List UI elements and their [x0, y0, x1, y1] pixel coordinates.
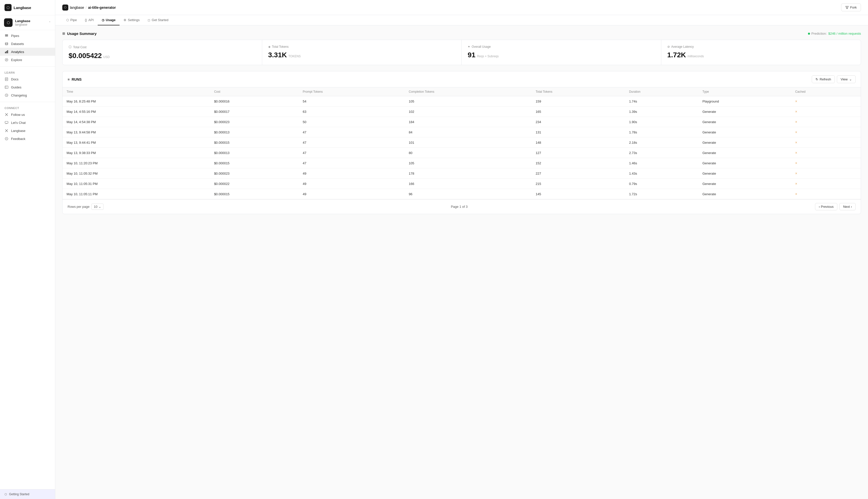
langbase-x-icon: [4, 129, 9, 133]
table-row[interactable]: May 10, 11:05:31 PM $0.000022 49 166 215…: [63, 179, 861, 189]
cell-cost: $0.000015: [210, 158, 299, 168]
cell-cached: ×: [791, 127, 861, 137]
main-header: ⬡ langbase / ai-title-generator Fork: [55, 0, 868, 15]
learn-section-label: Learn: [0, 69, 55, 75]
tab-get-started[interactable]: ◻ Get Started: [144, 15, 172, 25]
table-row[interactable]: May 13, 9:44:41 PM $0.000015 47 101 148 …: [63, 137, 861, 148]
refresh-button[interactable]: ↻ Refresh: [812, 75, 835, 83]
cell-duration: 1.39s: [625, 107, 698, 117]
overall-usage-icon: ✦: [468, 45, 470, 48]
sidebar-item-guides[interactable]: Guides: [0, 83, 55, 91]
settings-tab-icon: ⚙: [124, 19, 126, 22]
tabs: ⬡ Pipe {} API ◷ Usage ⚙ Settings ◻ Get S…: [55, 15, 868, 25]
breadcrumb-separator: /: [86, 5, 87, 10]
cell-completion-tokens: 105: [405, 158, 531, 168]
sidebar-item-feedback[interactable]: Feedback: [0, 135, 55, 143]
sidebar-item-label-analytics: Analytics: [11, 50, 24, 54]
table-row[interactable]: May 14, 4:54:38 PM $0.000023 50 184 234 …: [63, 117, 861, 127]
cell-completion-tokens: 184: [405, 117, 531, 127]
cell-cached: ×: [791, 107, 861, 117]
runs-title-text: RUNS: [72, 77, 82, 82]
sidebar-item-langbase-connect[interactable]: Langbase: [0, 126, 55, 135]
col-prompt-tokens: Prompt Tokens: [299, 87, 405, 96]
rows-per-page-select[interactable]: 10 ⌄: [91, 204, 103, 210]
cell-cached: ×: [791, 117, 861, 127]
cell-completion-tokens: 96: [405, 189, 531, 199]
usage-summary-title-text: Usage Summary: [67, 32, 97, 36]
page-info: Page 1 of 3: [451, 205, 468, 208]
cell-cached: ×: [791, 137, 861, 148]
usage-summary-header: ⊞ Usage Summary Prediction: $246 / milli…: [62, 32, 861, 36]
view-button[interactable]: View ⌄: [837, 75, 856, 83]
table-row[interactable]: May 10, 11:05:11 PM $0.000015 49 96 145 …: [63, 189, 861, 199]
stat-average-latency: ⊘ Average Latency 1.72K milliseconds: [661, 40, 861, 65]
cell-duration: 1.43s: [625, 168, 698, 179]
cell-prompt-tokens: 50: [299, 117, 405, 127]
next-button[interactable]: Next ›: [839, 203, 856, 210]
cell-time: May 10, 11:05:31 PM: [63, 179, 210, 189]
svg-rect-12: [5, 86, 8, 88]
sidebar-item-label-langbase-connect: Langbase: [11, 129, 25, 133]
pipes-icon: [4, 34, 9, 38]
cached-x-icon: ×: [795, 161, 797, 165]
tab-pipe-label: Pipe: [70, 18, 77, 22]
prediction-value: $246 / million requests: [828, 32, 861, 35]
cell-time: May 13, 9:44:41 PM: [63, 137, 210, 148]
tab-usage[interactable]: ◷ Usage: [98, 15, 120, 25]
prediction-status-dot: [808, 33, 810, 35]
tab-settings[interactable]: ⚙ Settings: [120, 15, 144, 25]
table-row[interactable]: May 14, 4:55:16 PM $0.000017 63 102 165 …: [63, 107, 861, 117]
refresh-label: Refresh: [820, 77, 831, 81]
cell-type: Generate: [698, 127, 791, 137]
total-cost-value: $0.005422 USD: [69, 52, 256, 60]
sidebar-item-label-lets-chat: Let's Chat: [11, 121, 26, 125]
sidebar-user[interactable]: ⬡ Langbase langbase ⌃: [0, 15, 55, 30]
table-row[interactable]: May 10, 11:05:32 PM $0.000023 49 178 227…: [63, 168, 861, 179]
col-type: Type: [698, 87, 791, 96]
total-cost-icon: ⓘ: [69, 45, 72, 49]
table-row[interactable]: May 10, 11:20:23 PM $0.000015 47 105 152…: [63, 158, 861, 168]
cell-prompt-tokens: 47: [299, 158, 405, 168]
fork-button[interactable]: Fork: [841, 3, 861, 11]
cached-x-icon: ×: [795, 110, 797, 113]
overall-usage-label: ✦ Overall Usage: [468, 45, 655, 48]
cell-completion-tokens: 166: [405, 179, 531, 189]
tab-api-label: API: [88, 18, 94, 22]
tab-pipe[interactable]: ⬡ Pipe: [62, 15, 81, 25]
svg-rect-4: [5, 52, 6, 53]
cell-cost: $0.000017: [210, 107, 299, 117]
runs-table: Time Cost Prompt Tokens Completion Token…: [63, 87, 861, 199]
langbase-logo-icon: ⬡: [4, 4, 12, 11]
sidebar-item-lets-chat[interactable]: Let's Chat: [0, 119, 55, 126]
sidebar-item-docs[interactable]: Docs: [0, 75, 55, 83]
tab-get-started-label: Get Started: [152, 18, 168, 22]
cell-total-tokens: 165: [532, 107, 625, 117]
cell-total-tokens: 145: [532, 189, 625, 199]
sidebar-item-analytics[interactable]: Analytics: [0, 48, 55, 56]
sidebar-item-pipes[interactable]: Pipes: [0, 32, 55, 40]
table-row[interactable]: May 13, 9:38:33 PM $0.000013 47 80 127 2…: [63, 148, 861, 158]
prediction-info: Prediction: $246 / million requests: [808, 32, 861, 35]
page-nav: ‹ Previous Next ›: [815, 203, 856, 210]
sidebar-item-explore[interactable]: Explore: [0, 56, 55, 64]
total-tokens-unit: TOKENS: [288, 54, 301, 58]
cell-time: May 10, 11:05:32 PM: [63, 168, 210, 179]
sidebar-item-follow-us[interactable]: Follow us: [0, 111, 55, 119]
cell-total-tokens: 159: [532, 96, 625, 107]
total-tokens-label: ◈ Total Tokens: [268, 45, 456, 48]
tab-api[interactable]: {} API: [81, 15, 98, 25]
sidebar-item-label-pipes: Pipes: [11, 34, 19, 38]
cached-x-icon: ×: [795, 182, 797, 186]
cached-x-icon: ×: [795, 171, 797, 175]
cell-time: May 10, 11:20:23 PM: [63, 158, 210, 168]
previous-button[interactable]: ‹ Previous: [815, 203, 838, 210]
cell-cost: $0.000023: [210, 168, 299, 179]
getting-started-bar[interactable]: ⬡ Getting Started: [0, 489, 55, 499]
sidebar-item-datasets[interactable]: Datasets: [0, 40, 55, 48]
feedback-icon: [4, 137, 9, 141]
cell-prompt-tokens: 47: [299, 148, 405, 158]
sidebar-item-changelog[interactable]: Changelog: [0, 91, 55, 99]
fork-icon: [845, 6, 849, 9]
table-row[interactable]: May 16, 8:25:48 PM $0.000016 54 105 159 …: [63, 96, 861, 107]
table-row[interactable]: May 13, 9:44:58 PM $0.000013 47 84 131 1…: [63, 127, 861, 137]
